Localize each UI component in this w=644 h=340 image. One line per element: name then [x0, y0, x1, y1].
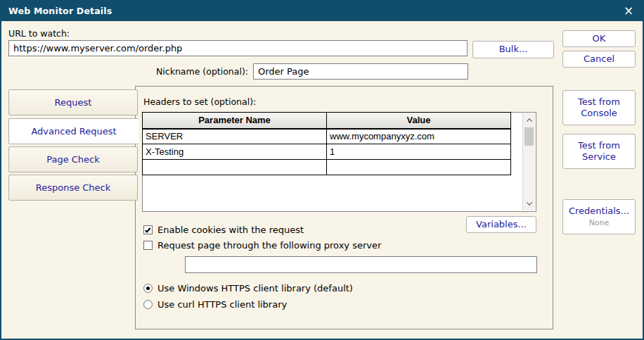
headers-label: Headers to set (optional):: [143, 96, 256, 107]
dialog-title: Web Monitor Details: [8, 6, 112, 16]
test-from-service-button[interactable]: Test from Service: [562, 134, 636, 169]
tab-advanced-request[interactable]: Advanced Request: [8, 118, 139, 144]
proxy-option[interactable]: Request page through the following proxy…: [143, 240, 381, 251]
ok-button[interactable]: OK: [562, 30, 636, 47]
web-monitor-details-dialog: Web Monitor Details × URL to watch: Bulk…: [0, 0, 644, 340]
tab-request[interactable]: Request: [8, 89, 138, 115]
proxy-label: Request page through the following proxy…: [157, 240, 381, 251]
credentials-status: None: [589, 218, 610, 228]
variables-button[interactable]: Variables...: [466, 216, 536, 233]
url-input[interactable]: [8, 40, 468, 56]
scroll-down-icon[interactable]: [523, 198, 535, 209]
credentials-label: Credentials...: [569, 206, 629, 217]
nickname-input[interactable]: [253, 63, 468, 80]
headers-listbox: Parameter Name Value SERVER www.mycompan…: [142, 112, 536, 212]
scrollbar-thumb[interactable]: [524, 127, 534, 146]
table-row[interactable]: X-Testing 1: [143, 144, 511, 160]
radio-dot-icon: [146, 287, 150, 290]
test-from-console-button[interactable]: Test from Console: [562, 90, 636, 125]
enable-cookies-option[interactable]: Enable cookies with the request: [143, 225, 304, 235]
column-header-parameter-name[interactable]: Parameter Name: [143, 113, 327, 129]
table-row[interactable]: SERVER www.mycompanyxyz.com: [143, 129, 511, 144]
vertical-scrollbar[interactable]: [522, 113, 535, 210]
cell-parameter-name[interactable]: [143, 160, 327, 175]
cell-parameter-name[interactable]: SERVER: [143, 129, 327, 144]
cell-parameter-name[interactable]: X-Testing: [143, 144, 327, 160]
column-header-value[interactable]: Value: [327, 113, 511, 129]
proxy-checkbox[interactable]: [143, 241, 153, 250]
windows-https-option[interactable]: Use Windows HTTPS client library (defaul…: [143, 283, 353, 294]
dialog-body: URL to watch: Bulk... Nickname (optional…: [1, 21, 643, 339]
table-row[interactable]: [143, 160, 511, 175]
title-bar: Web Monitor Details ×: [0, 0, 644, 21]
cell-value[interactable]: www.mycompanyxyz.com: [327, 129, 511, 144]
cancel-button[interactable]: Cancel: [562, 51, 636, 68]
cell-value[interactable]: [327, 160, 511, 175]
scroll-up-icon[interactable]: [523, 115, 535, 126]
table-header-row: Parameter Name Value: [143, 113, 511, 129]
headers-table: Parameter Name Value SERVER www.mycompan…: [142, 112, 511, 175]
credentials-button[interactable]: Credentials... None: [562, 199, 636, 234]
bulk-button[interactable]: Bulk...: [472, 41, 554, 58]
windows-https-radio[interactable]: [143, 284, 153, 293]
curl-https-label: Use curl HTTPS client library: [157, 299, 287, 310]
curl-https-option[interactable]: Use curl HTTPS client library: [143, 299, 287, 310]
enable-cookies-checkbox[interactable]: [143, 225, 153, 234]
cell-value[interactable]: 1: [327, 144, 511, 160]
url-label: URL to watch:: [8, 28, 70, 39]
close-icon[interactable]: ×: [619, 0, 638, 21]
windows-https-label: Use Windows HTTPS client library (defaul…: [157, 283, 353, 294]
enable-cookies-label: Enable cookies with the request: [157, 225, 304, 235]
checkmark-icon: [145, 227, 150, 233]
proxy-server-input[interactable]: [185, 256, 537, 273]
tab-page-check[interactable]: Page Check: [8, 146, 138, 172]
tab-response-check[interactable]: Response Check: [8, 175, 138, 201]
nickname-label: Nickname (optional):: [108, 66, 248, 77]
curl-https-radio[interactable]: [143, 300, 153, 309]
